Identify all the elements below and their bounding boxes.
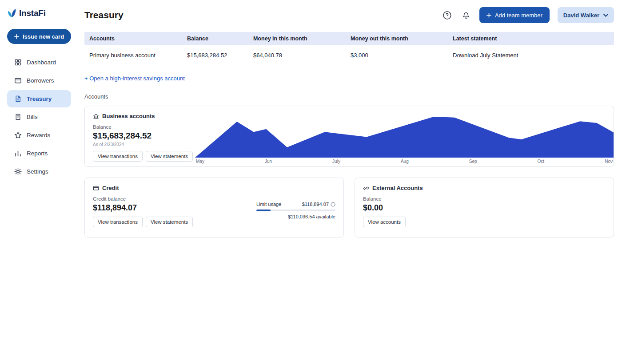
view-statements-button[interactable]: View statements <box>146 217 193 227</box>
sidebar-item-borrowers[interactable]: Borrowers <box>7 72 71 89</box>
view-transactions-button[interactable]: View transactions <box>93 217 143 227</box>
sidebar-item-settings[interactable]: Settings <box>7 163 71 180</box>
balance-label: Balance <box>93 124 195 130</box>
open-savings-account-link[interactable]: + Open a high-interest savings account <box>84 75 185 82</box>
credit-info: Credit Credit balance $118,894.07 View t… <box>93 185 193 230</box>
external-accounts-card: External Accounts Balance $0.00 View acc… <box>355 178 614 237</box>
external-actions: View accounts <box>363 217 423 227</box>
sidebar-item-reports[interactable]: Reports <box>7 145 71 162</box>
credit-title: Credit <box>102 185 119 191</box>
credit-card-icon <box>93 185 99 191</box>
view-accounts-button[interactable]: View accounts <box>363 217 406 227</box>
plus-icon <box>486 13 491 18</box>
notifications-button[interactable] <box>461 10 471 20</box>
chevron-down-icon <box>603 14 608 17</box>
brand-name: InstaFi <box>19 8 46 18</box>
dashboard-icon <box>14 59 22 66</box>
info-icon[interactable] <box>331 202 335 207</box>
chart-x-label: May <box>196 159 204 164</box>
bank-icon <box>93 113 99 119</box>
cell-money-in: $64,040.78 <box>248 52 346 59</box>
sidebar-item-label: Rewards <box>27 132 50 138</box>
settings-icon <box>14 168 22 175</box>
download-statement-link[interactable]: Download July Statement <box>453 52 518 59</box>
sidebar: InstaFi Issue new card Dashboard <box>0 0 78 364</box>
column-header-money-out: Money out this month <box>346 36 448 42</box>
balance-chart-area: MayJunJulyAugSepOctNov <box>195 106 614 166</box>
accounts-table-header: Accounts Balance Money in this month Mon… <box>84 32 614 45</box>
sidebar-item-label: Treasury <box>27 95 52 102</box>
page-title: Treasury <box>84 10 124 20</box>
column-header-latest-statement: Latest statement <box>448 36 614 42</box>
chart-x-label: Sep <box>469 159 477 164</box>
external-balance-value: $0.00 <box>363 203 423 213</box>
external-accounts-title-row: External Accounts <box>363 185 423 191</box>
limit-usage-bar <box>256 210 335 211</box>
limit-used-value: $118,894.07 <box>302 202 329 207</box>
bills-icon <box>14 113 22 121</box>
table-row: Primary business account $15,683,284.52 … <box>84 45 614 66</box>
business-accounts-card: Business accounts Balance $15,683,284.52… <box>84 106 614 167</box>
view-transactions-button[interactable]: View transactions <box>93 151 143 162</box>
sidebar-item-rewards[interactable]: Rewards <box>7 127 71 144</box>
credit-card: Credit Credit balance $118,894.07 View t… <box>84 178 344 237</box>
sidebar-item-dashboard[interactable]: Dashboard <box>7 54 71 71</box>
bell-icon <box>462 11 470 20</box>
sidebar-item-treasury[interactable]: Treasury <box>7 90 71 107</box>
business-accounts-info: Business accounts Balance $15,683,284.52… <box>85 106 195 166</box>
accounts-section-label: Accounts <box>84 93 614 100</box>
business-balance-value: $15,683,284.52 <box>93 131 195 141</box>
issue-new-card-label: Issue new card <box>23 33 64 40</box>
balance-area-shape <box>195 117 614 158</box>
chart-x-axis: MayJunJulyAugSepOctNov <box>195 158 614 164</box>
sidebar-item-bills[interactable]: Bills <box>7 108 71 126</box>
credit-available-value: $110,036.54 available <box>256 214 335 219</box>
limit-used-value-row: $118,894.07 <box>302 202 335 207</box>
issue-new-card-button[interactable]: Issue new card <box>7 29 71 44</box>
business-accounts-title: Business accounts <box>102 113 155 119</box>
column-header-accounts: Accounts <box>84 36 182 42</box>
credit-actions: View transactions View statements <box>93 217 193 227</box>
limit-usage-fill <box>256 210 271 211</box>
user-menu-button[interactable]: David Walker <box>558 7 614 23</box>
reports-icon <box>14 150 22 157</box>
chart-x-label: Nov <box>605 159 613 164</box>
external-accounts-title: External Accounts <box>372 185 423 191</box>
balance-as-of-date: As of 2/23/2024 <box>93 142 195 147</box>
view-statements-button[interactable]: View statements <box>146 151 193 162</box>
credit-balance-value: $118,894.07 <box>93 203 193 213</box>
limit-usage-block: Limit usage $118,894.07 <box>256 202 335 219</box>
add-team-member-button[interactable]: Add team member <box>479 7 550 23</box>
plus-icon <box>14 34 19 39</box>
secondary-cards-row: Credit Credit balance $118,894.07 View t… <box>84 178 614 237</box>
help-button[interactable] <box>442 10 453 21</box>
chart-x-label: July <box>332 159 340 164</box>
external-accounts-info: External Accounts Balance $0.00 View acc… <box>363 185 423 230</box>
cell-account-name: Primary business account <box>84 52 182 59</box>
topbar-actions: Add team member David Walker <box>442 7 614 23</box>
external-balance-label: Balance <box>363 196 423 202</box>
credit-balance-label: Credit balance <box>93 196 193 202</box>
brand-logo[interactable]: InstaFi <box>7 8 71 18</box>
main-content: Treasury <box>78 0 622 364</box>
business-actions: View transactions View statements <box>93 151 195 162</box>
treasury-icon <box>14 95 22 103</box>
chart-x-label: Aug <box>401 159 409 164</box>
column-header-balance: Balance <box>182 36 248 42</box>
cell-balance: $15,683,284.52 <box>182 52 248 59</box>
app-root: InstaFi Issue new card Dashboard <box>0 0 622 364</box>
sidebar-nav: Dashboard Borrowers Treasury <box>7 54 71 180</box>
brand-logo-icon <box>7 8 16 18</box>
balance-area-chart <box>195 116 614 158</box>
borrowers-icon <box>14 77 22 84</box>
sidebar-item-label: Dashboard <box>27 59 56 66</box>
add-team-member-label: Add team member <box>495 12 542 19</box>
chart-x-label: Oct <box>538 159 545 164</box>
cell-money-out: $3,000 <box>346 52 448 59</box>
sidebar-item-label: Settings <box>27 168 48 175</box>
sidebar-item-label: Reports <box>27 150 48 157</box>
credit-title-row: Credit <box>93 185 193 191</box>
sidebar-item-label: Borrowers <box>27 77 54 84</box>
column-header-money-in: Money in this month <box>248 36 346 42</box>
link-icon <box>363 185 369 191</box>
